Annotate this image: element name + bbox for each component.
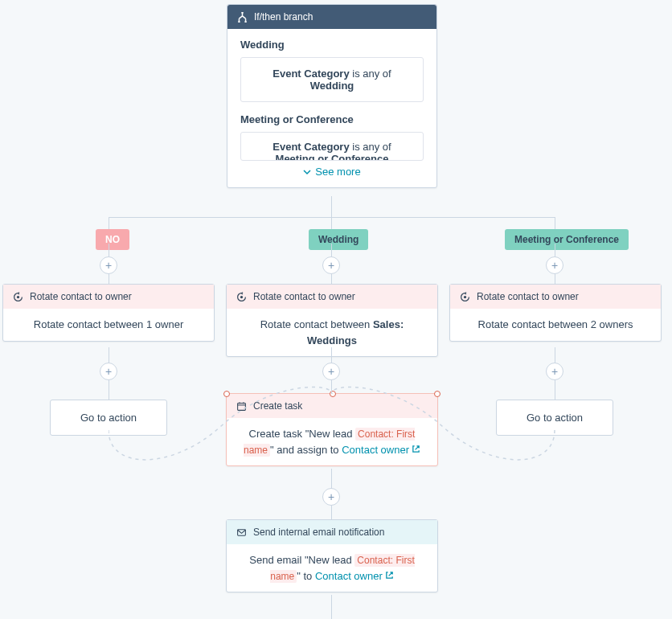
branch-badge-no: NO [96,229,129,250]
rotate-header: Rotate contact to owner [227,285,437,309]
branch-group-1-title: Meeting or Conference [240,113,424,125]
goto-action-node-right[interactable]: Go to action [496,400,613,436]
calendar-icon [236,401,247,412]
selection-handle [223,391,230,397]
branch-badge-meeting: Meeting or Conference [505,229,629,250]
add-action-button[interactable]: + [322,488,340,506]
email-header: Send internal email notification [227,520,437,544]
external-link-icon [412,445,420,453]
add-action-button[interactable]: + [322,363,340,380]
rotate-icon [460,292,470,302]
mail-icon [236,527,247,538]
rotate-header: Rotate contact to owner [3,285,214,309]
add-action-button[interactable]: + [100,363,117,380]
external-link-icon [385,571,394,580]
rotate-icon [13,292,23,302]
svg-point-3 [17,295,19,297]
branch-group-1-condition: Event Category is any of Meeting or Conf… [240,132,424,161]
if-then-branch-node[interactable]: If/then branch Wedding Event Category is… [227,4,437,188]
svg-point-0 [241,12,243,14]
rotate-node-center[interactable]: Rotate contact to owner Rotate contact b… [226,284,438,357]
branch-group-0-condition: Event Category is any of Wedding [240,57,424,102]
svg-point-2 [244,20,246,22]
see-more-link[interactable]: See more [240,166,424,178]
branch-group-0-title: Wedding [240,39,424,51]
email-body: Send email "New lead Contact: First name… [227,544,437,592]
contact-owner-link[interactable]: Contact owner [342,444,420,456]
rotate-body-center: Rotate contact between Sales: Weddings [227,309,437,356]
branch-header: If/then branch [227,5,436,29]
chevron-down-icon [303,168,311,176]
branch-title: If/then branch [254,11,313,23]
rotate-node-right[interactable]: Rotate contact to owner Rotate contact b… [449,284,662,342]
svg-rect-6 [238,403,246,410]
goto-action-node-left[interactable]: Go to action [50,400,167,436]
task-body: Create task "New lead Contact: First nam… [227,418,437,465]
add-action-button[interactable]: + [100,256,117,274]
branch-icon [237,12,248,23]
add-action-button[interactable]: + [546,256,563,274]
svg-point-1 [238,20,240,22]
svg-point-5 [464,295,466,297]
branch-badge-wedding: Wedding [309,229,368,250]
contact-owner-link[interactable]: Contact owner [315,570,394,582]
add-action-button[interactable]: + [322,256,340,274]
add-action-button[interactable]: + [546,363,563,380]
create-task-node[interactable]: Create task Create task "New lead Contac… [226,393,438,466]
task-header: Create task [227,394,437,418]
rotate-header: Rotate contact to owner [450,285,661,309]
selection-handle [434,391,440,397]
send-email-node[interactable]: Send internal email notification Send em… [226,519,438,592]
rotate-icon [236,292,247,302]
rotate-body-left: Rotate contact between 1 owner [3,309,214,341]
rotate-node-left[interactable]: Rotate contact to owner Rotate contact b… [2,284,215,342]
svg-point-4 [240,295,243,297]
rotate-body-right: Rotate contact between 2 owners [450,309,661,341]
